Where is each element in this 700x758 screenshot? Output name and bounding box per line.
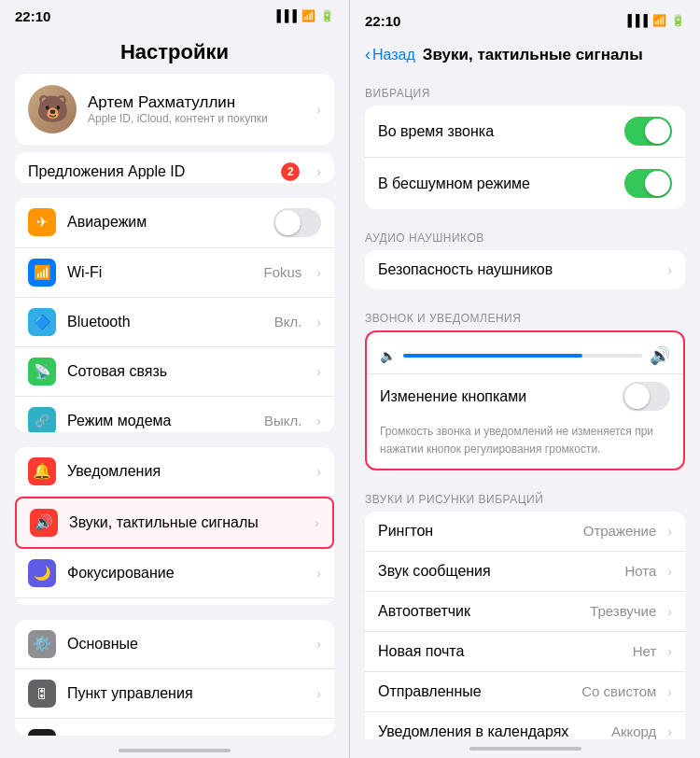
- wifi-icon: 📶: [301, 9, 315, 22]
- suggestion-label: Предложения Apple ID: [28, 163, 270, 180]
- calendar-notifications-chevron: ›: [667, 724, 672, 739]
- notifications-chevron: ›: [316, 464, 321, 479]
- right-page-title: Звуки, тактильные сигналы: [423, 46, 643, 64]
- control-center-label: Пункт управления: [67, 685, 305, 702]
- row-silent-vibration[interactable]: В бесшумном режиме: [365, 158, 685, 209]
- row-sent-mail[interactable]: Отправленные Со свистом ›: [365, 672, 685, 712]
- suggestion-row[interactable]: Предложения Apple ID 2 ›: [15, 152, 334, 183]
- ringtone-chevron: ›: [667, 524, 672, 539]
- wifi-chevron: ›: [316, 265, 321, 280]
- ring-vibration-label: Во время звонка: [378, 123, 617, 140]
- general-label: Основные: [67, 636, 305, 653]
- bluetooth-icon: 🔷: [28, 308, 56, 336]
- right-signal-icon: ▐▐▐: [623, 14, 648, 27]
- vibration-group: Во время звонка В бесшумном режиме: [365, 105, 685, 209]
- airplane-toggle-knob: [275, 210, 301, 235]
- sent-mail-value: Со свистом: [581, 683, 656, 699]
- volume-slider-row[interactable]: 🔈 🔊: [367, 332, 683, 373]
- general-chevron: ›: [316, 637, 321, 652]
- row-wifi[interactable]: 📶 Wi-Fi Fokus ›: [15, 248, 334, 298]
- change-with-buttons-row[interactable]: Изменение кнопками: [367, 373, 683, 418]
- notifications-label: Уведомления: [67, 463, 305, 480]
- volume-low-icon: 🔈: [380, 348, 396, 363]
- page-title: Настройки: [15, 40, 334, 64]
- hotspot-chevron: ›: [316, 414, 321, 428]
- back-label: Назад: [372, 47, 415, 63]
- cellular-label: Сотовая связь: [67, 363, 305, 380]
- control-center-chevron: ›: [316, 686, 321, 701]
- row-hotspot[interactable]: 🔗 Режим модема Выкл. ›: [15, 397, 334, 432]
- bluetooth-value: Вкл.: [274, 314, 302, 330]
- right-home-bar: [469, 747, 581, 751]
- focus-chevron: ›: [316, 566, 321, 581]
- right-wifi-icon: 📶: [652, 14, 666, 27]
- row-display[interactable]: AA Экран и яркость ›: [15, 719, 334, 737]
- volume-slider-fill: [403, 354, 582, 358]
- notifications-group: 🔔 Уведомления › 🔊 Звуки, тактильные сигн…: [15, 447, 334, 605]
- airplane-toggle[interactable]: [273, 208, 321, 237]
- notifications-icon: 🔔: [28, 457, 56, 485]
- ringtone-value: Отражение: [583, 523, 657, 539]
- row-control-center[interactable]: 🎛 Пункт управления ›: [15, 669, 334, 719]
- change-with-buttons-toggle[interactable]: [623, 382, 670, 411]
- headphone-safety-label: Безопасность наушников: [378, 261, 660, 278]
- display-chevron: ›: [316, 736, 321, 737]
- row-new-mail[interactable]: Новая почта Нет ›: [365, 632, 685, 672]
- airplane-label: Авиарежим: [67, 214, 262, 231]
- right-battery-icon: 🔋: [671, 14, 685, 27]
- user-sub: Apple ID, iCloud, контент и покупки: [88, 112, 305, 125]
- volume-slider-track[interactable]: [403, 354, 642, 358]
- sent-mail-chevron: ›: [667, 684, 672, 699]
- sounds-row-wrapper: 🔊 Звуки, тактильные сигналы ›: [15, 497, 334, 549]
- change-with-buttons-label: Изменение кнопками: [380, 388, 623, 405]
- right-status-bar: 22:10 ▐▐▐ 📶 🔋: [350, 0, 700, 41]
- left-time: 22:10: [15, 8, 50, 24]
- wifi-label: Wi-Fi: [67, 264, 252, 281]
- row-message-sound[interactable]: Звук сообщения Нота ›: [365, 552, 685, 592]
- row-voicemail[interactable]: Автоответчик Трезвучие ›: [365, 592, 685, 632]
- sent-mail-label: Отправленные: [378, 683, 574, 700]
- back-button[interactable]: ‹ Назад: [365, 45, 415, 64]
- row-bluetooth[interactable]: 🔷 Bluetooth Вкл. ›: [15, 298, 334, 347]
- bluetooth-chevron: ›: [316, 315, 321, 330]
- new-mail-value: Нет: [633, 643, 657, 659]
- sounds-chevron: ›: [315, 515, 319, 530]
- row-screentime[interactable]: ⏱ Экранное время ›: [15, 598, 334, 605]
- row-headphone-safety[interactable]: Безопасность наушников ›: [365, 250, 685, 289]
- connectivity-group: ✈ Авиарежим 📶 Wi-Fi Fokus › 🔷 Bluetooth …: [15, 198, 334, 432]
- voicemail-value: Трезвучие: [590, 603, 656, 619]
- volume-note-container: Громкость звонка и уведомлений не изменя…: [367, 418, 683, 469]
- row-ringtone[interactable]: Рингтон Отражение ›: [365, 512, 685, 552]
- display-icon: AA: [28, 729, 56, 737]
- right-time: 22:10: [365, 13, 400, 29]
- user-info: Артем Рахматуллин Apple ID, iCloud, конт…: [88, 93, 305, 125]
- silent-vibration-toggle[interactable]: [624, 169, 672, 198]
- row-calendar-notifications[interactable]: Уведомления в календарях Аккорд ›: [365, 712, 685, 739]
- user-card[interactable]: 🐻 Артем Рахматуллин Apple ID, iCloud, ко…: [15, 74, 334, 145]
- airplane-icon: ✈: [28, 208, 56, 236]
- headphone-group: Безопасность наушников ›: [365, 250, 685, 289]
- focus-label: Фокусирование: [67, 565, 305, 582]
- new-mail-label: Новая почта: [378, 643, 625, 660]
- row-general[interactable]: ⚙️ Основные ›: [15, 620, 334, 669]
- row-focus[interactable]: 🌙 Фокусирование ›: [15, 549, 334, 598]
- battery-icon: 🔋: [320, 9, 334, 22]
- right-nav-bar: ‹ Назад Звуки, тактильные сигналы: [350, 41, 700, 72]
- row-notifications[interactable]: 🔔 Уведомления ›: [15, 447, 334, 497]
- apple-id-suggestion[interactable]: Предложения Apple ID 2 ›: [15, 152, 334, 183]
- hotspot-value: Выкл.: [264, 413, 301, 428]
- volume-note: Громкость звонка и уведомлений не изменя…: [380, 425, 653, 456]
- display-label: Экран и яркость: [67, 735, 305, 737]
- page-title-container: Настройки: [0, 33, 349, 74]
- right-home-indicator: [350, 739, 700, 758]
- row-ring-vibration[interactable]: Во время звонка: [365, 105, 685, 158]
- voicemail-label: Автоответчик: [378, 603, 582, 620]
- cellular-chevron: ›: [316, 364, 321, 379]
- row-sounds[interactable]: 🔊 Звуки, тактильные сигналы ›: [15, 497, 334, 549]
- message-sound-label: Звук сообщения: [378, 563, 617, 580]
- volume-section-highlighted: 🔈 🔊 Изменение кнопками Громкость звонка …: [365, 330, 685, 470]
- row-cellular[interactable]: 📡 Сотовая связь ›: [15, 347, 334, 397]
- back-chevron-icon: ‹: [365, 45, 371, 64]
- row-airplane[interactable]: ✈ Авиарежим: [15, 198, 334, 248]
- ring-vibration-toggle[interactable]: [624, 117, 672, 146]
